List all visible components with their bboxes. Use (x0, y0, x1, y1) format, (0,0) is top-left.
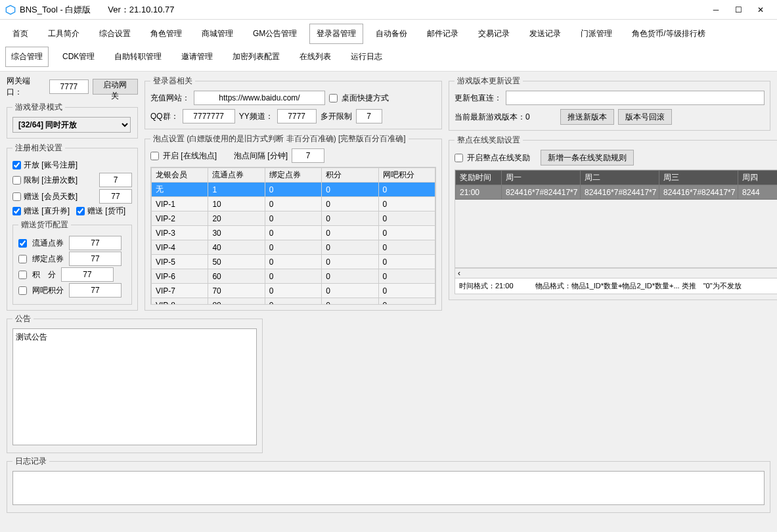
reward-group: 整点在线奖励设置 开启整点在线奖励 新增一条在线奖励规则 奖励时间周一周二周三周… (449, 135, 777, 300)
minimize-button[interactable]: ─ (705, 0, 727, 20)
gateway-row: 网关端口： 启动网关 (7, 76, 138, 98)
sub-tab-6[interactable]: 运行日志 (345, 47, 388, 67)
bubble-legend: 泡点设置 (白嫖版使用的是旧方式判断 非百分百准确) [完整版百分百准确] (150, 133, 409, 144)
bubble-col: 流通点券 (208, 168, 265, 183)
reward-enable-chk[interactable] (455, 154, 463, 162)
qq-input[interactable] (183, 109, 235, 123)
cur1-input[interactable] (69, 236, 122, 250)
cur2-chk[interactable] (18, 255, 27, 263)
cur-ver-label: 当前最新游戏版本：0 (455, 112, 530, 123)
currency-legend: 赠送货币配置 (18, 219, 71, 231)
cur1-chk[interactable] (18, 239, 27, 248)
version-group: 游戏版本更新设置 更新包直连： 当前最新游戏版本：0 推送新版本 版本号回滚 (449, 76, 770, 131)
cur3-input[interactable] (61, 267, 114, 282)
main-tab-0[interactable]: 首页 (5, 24, 35, 44)
pkg-input[interactable] (506, 91, 765, 105)
reg-open-label: 开放 [账号注册] (24, 160, 78, 171)
login-related-legend: 登录器相关 (150, 76, 195, 87)
reward-hscroll[interactable]: ‹› (455, 268, 777, 278)
cur3-label: 积 分 (32, 269, 56, 280)
sub-tab-4[interactable]: 加密列表配置 (227, 47, 286, 67)
reward-col: 周三 (659, 171, 738, 185)
main-tab-10[interactable]: 发送记录 (522, 24, 568, 44)
gateway-input[interactable] (49, 79, 89, 94)
main-tab-3[interactable]: 角色管理 (143, 24, 189, 44)
cur3-chk[interactable] (18, 271, 27, 279)
table-row[interactable]: VIP-330000 (152, 226, 435, 240)
bubble-table-wrap[interactable]: 龙银会员流通点券绑定点券积分网吧积分 无1000VIP-110000VIP-22… (150, 167, 436, 305)
main-tab-11[interactable]: 门派管理 (573, 24, 619, 44)
reward-col: 周一 (502, 171, 581, 185)
sub-tab-2[interactable]: 自助转职管理 (108, 47, 167, 67)
bubble-group: 泡点设置 (白嫖版使用的是旧方式判断 非百分百准确) [完整版百分百准确] 开启… (144, 133, 442, 311)
bubble-col: 龙银会员 (152, 168, 208, 183)
version-legend: 游戏版本更新设置 (455, 76, 523, 87)
reg-limit-chk[interactable] (12, 176, 21, 185)
main-tab-4[interactable]: 商城管理 (194, 24, 240, 44)
table-row[interactable]: VIP-880000 (152, 298, 435, 305)
sub-tab-3[interactable]: 邀请管理 (175, 47, 219, 67)
close-button[interactable]: ✕ (749, 0, 772, 20)
table-row[interactable]: VIP-770000 (152, 284, 435, 298)
desktop-label: 桌面快捷方式 (342, 93, 389, 104)
gateway-label: 网关端口： (7, 76, 45, 98)
pkg-label: 更新包直连： (455, 93, 502, 104)
reward-add-button[interactable]: 新增一条在线奖励规则 (541, 150, 634, 166)
reg-days-input[interactable] (99, 189, 132, 204)
main-tab-5[interactable]: GM公告管理 (246, 24, 304, 44)
reg-days-chk[interactable] (12, 192, 21, 201)
login-mode-select[interactable]: [32/64] 同时开放 (12, 117, 131, 133)
window-title: BNS_Tool - 白嫖版 Ver：21.10.10.77 (20, 4, 705, 16)
main-tab-1[interactable]: 工具简介 (41, 24, 87, 44)
reward-col: 周二 (581, 171, 659, 185)
table-row[interactable]: VIP-550000 (152, 255, 435, 269)
main-tabs: 首页工具简介综合设置角色管理商城管理GM公告管理登录器管理自动备份邮件记录交易记… (0, 20, 777, 44)
rollback-button[interactable]: 版本号回滚 (618, 109, 672, 125)
maximize-button[interactable]: ☐ (727, 0, 749, 20)
sub-tab-1[interactable]: CDK管理 (56, 47, 100, 67)
reg-up-chk[interactable] (12, 207, 21, 215)
table-row[interactable]: VIP-110000 (152, 197, 435, 211)
recharge-input[interactable] (194, 91, 325, 105)
bubble-col: 网吧积分 (378, 168, 435, 183)
main-tab-8[interactable]: 邮件记录 (420, 24, 466, 44)
main-tab-12[interactable]: 角色货币/等级排行榜 (625, 24, 712, 44)
register-group: 注册相关设置 开放 [账号注册] 限制 [注册次数] 赠送 [会员天数] 赠送 … (7, 143, 138, 311)
bubble-enable-label: 开启 [在线泡点] (163, 150, 217, 162)
cur2-input[interactable] (69, 252, 122, 266)
reward-table-wrap[interactable]: 奖励时间周一周二周三周四 21:00824416*7#824417*782441… (455, 169, 777, 268)
reg-open-chk[interactable] (12, 161, 21, 169)
multi-input[interactable] (356, 109, 382, 123)
push-version-button[interactable]: 推送新版本 (560, 109, 614, 125)
announce-textarea[interactable] (12, 328, 257, 445)
main-tab-7[interactable]: 自动备份 (368, 24, 414, 44)
bubble-interval-input[interactable] (292, 148, 324, 163)
table-row[interactable]: VIP-660000 (152, 269, 435, 284)
sub-tab-0[interactable]: 综合管理 (5, 47, 49, 67)
table-row[interactable]: VIP-440000 (152, 240, 435, 255)
qq-label: QQ群： (150, 111, 179, 122)
reward-legend: 整点在线奖励设置 (455, 135, 523, 146)
gateway-start-button[interactable]: 启动网关 (93, 79, 138, 95)
reg-limit-input[interactable] (99, 173, 132, 187)
announce-group: 公告 (7, 313, 263, 453)
reward-enable-label: 开启整点在线奖励 (467, 152, 530, 164)
yy-input[interactable] (277, 109, 317, 123)
cur4-chk[interactable] (18, 286, 27, 295)
main-tab-2[interactable]: 综合设置 (92, 24, 138, 44)
bubble-enable-chk[interactable] (150, 152, 159, 160)
main-tab-9[interactable]: 交易记录 (471, 24, 517, 44)
table-row[interactable]: 21:00824416*7#824417*7824416*7#824417*78… (456, 185, 778, 200)
main-tab-6[interactable]: 登录器管理 (309, 24, 363, 44)
reg-limit-label: 限制 [注册次数] (24, 175, 78, 186)
cur4-input[interactable] (69, 283, 122, 298)
table-row[interactable]: 无1000 (152, 183, 435, 197)
login-related-group: 登录器相关 充值网站： 桌面快捷方式 QQ群： YY频道： 多开限制 (144, 76, 442, 129)
desktop-chk[interactable] (329, 94, 338, 102)
sub-tab-5[interactable]: 在线列表 (294, 47, 337, 67)
table-row[interactable]: VIP-220000 (152, 211, 435, 226)
reg-cur-chk[interactable] (76, 207, 85, 215)
reward-col: 奖励时间 (456, 171, 502, 185)
scroll-left-icon[interactable]: ‹ (458, 269, 460, 278)
register-legend: 注册相关设置 (12, 143, 65, 154)
